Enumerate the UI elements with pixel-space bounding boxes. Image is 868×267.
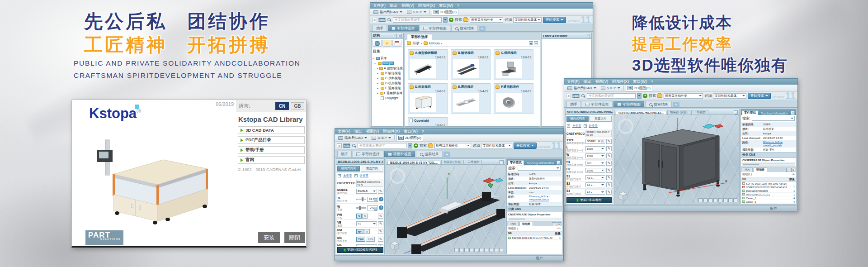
bom-row[interactable]: 1600120BC1C1C1C11 <box>741 193 796 196</box>
search-dropdown-icon[interactable] <box>408 143 412 148</box>
step-format-button[interactable]: STEP <box>406 10 428 14</box>
viewport-tool-icon[interactable] <box>469 248 473 252</box>
abc-filter-icon[interactable]: ABC <box>378 18 386 22</box>
menu-window[interactable]: 窗口(W) <box>439 3 453 9</box>
tab-part-selection[interactable]: 零部件选择 <box>388 25 419 31</box>
checkbox[interactable] <box>338 174 341 177</box>
export-to-cad-button[interactable]: 输出到CAD <box>372 9 404 15</box>
edit-icon[interactable] <box>378 214 383 219</box>
tree-item[interactable]: ▸B.输送模组 <box>372 71 403 76</box>
add-search-icon[interactable]: + <box>643 94 647 98</box>
edit-icon[interactable] <box>606 139 612 144</box>
param-select[interactable]: 1600 <box>585 146 605 151</box>
filter-scope-dropdown[interactable]: 零部件组和单体 <box>513 17 542 23</box>
tree-item-root[interactable]: ▾目录 <box>372 56 403 61</box>
edit-icon[interactable] <box>606 190 612 195</box>
search-scope-dropdown[interactable]: 所有目录和分类 <box>470 17 503 23</box>
filter-scope-dropdown[interactable]: 零部件组和单体 <box>713 93 746 99</box>
menu-addons[interactable]: 附加件(X) <box>418 3 435 9</box>
start-search-button[interactable]: 开始搜索 <box>514 143 537 149</box>
param-slider[interactable] <box>356 199 366 200</box>
abc-filter-icon[interactable]: ABC <box>572 94 580 98</box>
viewport-tool-icon[interactable] <box>479 248 483 252</box>
close-button[interactable]: 關閉 <box>284 232 305 243</box>
edit-icon[interactable] <box>606 153 612 158</box>
param-toggle[interactable]: NYR <box>356 229 377 234</box>
menu-item-help-manual[interactable]: 帮助/手册 <box>238 146 305 154</box>
viewport-tab-2d[interactable]: 二维视图 <box>465 160 482 164</box>
viewport-tool-icon[interactable] <box>703 198 708 202</box>
viewport-tool-icon[interactable] <box>494 248 498 252</box>
viewport-tab-model[interactable]: SDFR2-1600-1200-760-1990-A3... <box>616 111 666 114</box>
param-select[interactable]: A3 s.. <box>585 190 605 195</box>
start-search-button[interactable]: 开始搜索 <box>748 93 771 99</box>
tab-topology-info[interactable]: Topology Information <box>759 112 790 115</box>
viewport-tab-assembler[interactable]: 组装器 (实验) <box>667 110 690 114</box>
menu-item-3d-cad-data[interactable]: 3D CAD DATA <box>238 126 305 134</box>
view-mode-icon[interactable]: ▦ <box>529 41 533 45</box>
maximize-icon[interactable]: □ <box>786 168 790 172</box>
viewport-tool-icon[interactable] <box>484 248 488 252</box>
2d-view-button[interactable]: 2D2D视图(2) <box>626 85 652 91</box>
calc-variable-link[interactable]: 计变量 <box>589 124 598 128</box>
edit-icon[interactable] <box>606 146 612 151</box>
viewport-tool-icon[interactable] <box>698 198 703 202</box>
calendar-icon[interactable] <box>392 40 401 47</box>
tab-search-results[interactable]: 搜索结果 <box>416 151 443 157</box>
main-variable-link[interactable]: 主变量 <box>343 174 352 178</box>
menu-window[interactable]: 窗口(W) <box>404 129 418 134</box>
param-select[interactable]: V1 <box>356 221 377 226</box>
tab-add[interactable]: + <box>479 26 486 31</box>
bom-row[interactable]: Caster_24 <box>741 200 796 204</box>
tab-structure[interactable]: 结构 <box>742 167 753 172</box>
tab-assistant[interactable]: 助手 <box>337 151 352 157</box>
part-tile[interactable]: C.供料模组 19-6-19 <box>494 49 533 80</box>
param-select[interactable]: SDFR2 : 双开门 <box>585 139 605 144</box>
bom-row[interactable]: BS25LB-1009-240-S-V1-NY-T20L-1R11 <box>507 236 562 240</box>
menu-file[interactable]: 文件(F) <box>373 3 386 9</box>
viewport-tool-icon[interactable] <box>718 198 722 202</box>
part-tile[interactable]: A.微型输送模组 19-6-13 <box>408 49 448 80</box>
close-icon[interactable]: ✕ <box>561 161 562 165</box>
horizontal-list-button[interactable]: 横向式列表 <box>337 166 360 172</box>
param-select[interactable]: 760 <box>585 161 605 166</box>
tab-structure[interactable]: 结构 <box>508 222 519 226</box>
favorites-star-icon[interactable]: ★ <box>382 40 392 47</box>
edit-icon[interactable] <box>606 161 612 166</box>
bom-pager[interactable]: ‹1› <box>792 172 795 176</box>
path-link[interactable]: E/kstopa_fa3d ▸ metalfr_asmlab <box>763 141 795 147</box>
param-select[interactable]: A3 s.. <box>585 175 605 180</box>
edit-icon[interactable] <box>606 175 612 180</box>
tab-part-selection[interactable]: 零部件选择 <box>353 151 383 157</box>
menu-file[interactable]: 文件(F) <box>338 129 350 134</box>
viewport-tool-icon[interactable] <box>489 248 493 252</box>
sort-icon[interactable]: ▾ <box>534 41 538 45</box>
tab-assistant[interactable]: 助手 <box>373 25 387 31</box>
search-input[interactable] <box>393 17 442 23</box>
viewport-tool-icon[interactable] <box>454 248 458 252</box>
menu-export[interactable]: 输出 <box>354 129 362 134</box>
filter-scope-dropdown[interactable]: 零部件组和单体 <box>481 143 512 148</box>
tab-search-results[interactable]: 搜索结果 <box>645 101 672 107</box>
2d-view-button[interactable]: 2D2D视图(2) <box>432 9 458 15</box>
viewport-tool-icon[interactable] <box>464 248 468 252</box>
viewport-tool-icon[interactable] <box>459 248 463 252</box>
tab-assistant[interactable]: 助手 <box>566 101 581 107</box>
horizontal-scrollbar[interactable] <box>742 163 795 166</box>
add-search-icon[interactable]: + <box>414 143 418 148</box>
menu-addons[interactable]: 附加件(X) <box>383 129 400 134</box>
start-search-button[interactable]: 开始搜索 <box>543 17 566 23</box>
param-slider[interactable] <box>356 207 366 209</box>
update-3d-model-button[interactable]: 更新计算3D模型 F5/F9 <box>337 247 383 253</box>
tab-bom[interactable]: 明细表 <box>754 167 767 172</box>
viewport-tab-2d[interactable]: 二维视图 <box>691 110 708 114</box>
close-icon[interactable]: ✕ <box>557 222 561 226</box>
edit-icon[interactable] <box>378 221 383 226</box>
bom-row[interactable]: A3139611481212-B2 <box>741 204 796 204</box>
tree-item-copyright[interactable]: Copyright <box>372 95 403 100</box>
catalog-database-icon[interactable] <box>373 40 382 47</box>
viewport-tool-icon[interactable] <box>713 198 717 202</box>
edit-icon[interactable] <box>606 182 612 187</box>
menu-file[interactable]: 文件(F) <box>567 79 580 85</box>
panel-tab-part-selection[interactable]: 零部件选择 <box>407 34 432 40</box>
